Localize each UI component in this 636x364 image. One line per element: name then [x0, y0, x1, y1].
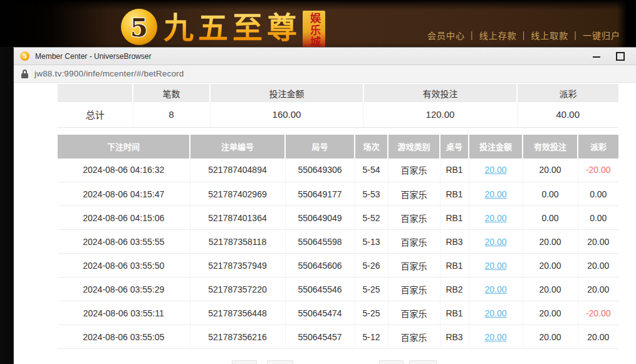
bet-amount-cell: 20.00 [469, 325, 523, 349]
casino-banner: 5 九五至尊 娱乐城 会员中心 | 线上存款 | 线上取款 | 一键归户 [0, 0, 636, 47]
game-type-cell: 百家乐 [388, 159, 440, 182]
nav-member-center[interactable]: 会员中心 [427, 29, 465, 41]
round-id-cell: 550645598 [285, 230, 355, 254]
pagination-button-stub[interactable] [379, 360, 404, 364]
table-row: 2024-08-06 03:55:50521787357949550645606… [58, 254, 618, 278]
bet-amount-link[interactable]: 20.00 [484, 284, 506, 294]
valid-bet-cell: 20.00 [523, 325, 578, 349]
bet-id-cell: 521787358118 [190, 230, 285, 254]
summary-total-count: 8 [133, 102, 210, 127]
table-number-cell: RB1 [440, 301, 469, 325]
bet-amount-cell: 20.00 [469, 182, 523, 206]
payout-cell: 0.00 [578, 206, 618, 230]
payout-cell: 0.00 [578, 182, 618, 206]
payout-cell: 20.00 [578, 254, 618, 278]
bet-amount-link[interactable]: 20.00 [484, 308, 506, 318]
summary-header-count: 笔数 [133, 84, 210, 102]
summary-header-row: 笔数 投注金额 有效投注 派彩 [58, 84, 618, 102]
header-valid-bet: 有效投注 [523, 135, 578, 159]
banner-nav: 会员中心 | 线上存款 | 线上取款 | 一键归户 [427, 29, 620, 41]
summary-total-label: 总计 [58, 102, 133, 127]
payout-cell: 20.00 [578, 230, 618, 254]
pagination-button-stub[interactable] [267, 360, 293, 364]
summary-table: 笔数 投注金额 有效投注 派彩 总计 8 160.00 120.00 40.00 [58, 84, 618, 128]
member-center-window: 5 Member Center - UniverseBrowser jw88.t… [13, 47, 636, 364]
pagination-button-stub[interactable] [409, 360, 437, 364]
session-cell: 5-25 [355, 278, 388, 301]
game-type-cell: 百家乐 [388, 230, 440, 254]
session-cell: 5-53 [355, 182, 388, 206]
round-id-cell: 550649177 [285, 182, 355, 206]
round-id-cell: 550645474 [285, 301, 355, 325]
round-id-cell: 550645546 [285, 278, 355, 301]
game-type-cell: 百家乐 [388, 301, 440, 325]
casino-logo[interactable]: 5 九五至尊 娱乐城 [121, 9, 325, 49]
session-cell: 5-26 [355, 254, 388, 278]
bet-record-table: 下注时间 注单编号 局号 场次 游戏类别 桌号 投注金额 有效投注 派彩 202… [58, 135, 618, 350]
session-cell: 5-54 [355, 159, 388, 182]
bet-amount-link[interactable]: 20.00 [484, 189, 506, 199]
valid-bet-cell: 20.00 [523, 278, 578, 301]
bet-time-cell: 2024-08-06 04:15:47 [58, 182, 190, 206]
summary-header-blank [58, 84, 133, 102]
address-bar[interactable]: jw88.tv:9900/infe/mcenter/#/betRecord [14, 65, 636, 83]
brand-title: 九五至尊 [164, 10, 301, 45]
game-type-cell: 百家乐 [388, 206, 440, 230]
bet-amount-cell: 20.00 [469, 278, 523, 301]
game-type-cell: 百家乐 [388, 254, 440, 278]
header-bet-id: 注单编号 [190, 135, 285, 159]
game-type-cell: 百家乐 [388, 182, 440, 206]
session-cell: 5-25 [355, 301, 388, 325]
round-id-cell: 550645457 [285, 325, 355, 349]
bet-amount-link[interactable]: 20.00 [484, 261, 506, 271]
summary-total-payout: 40.00 [517, 102, 618, 127]
bet-amount-link[interactable]: 20.00 [484, 213, 506, 223]
nav-separator: | [471, 30, 474, 40]
summary-header-valid-bet: 有效投注 [363, 84, 517, 102]
session-cell: 5-12 [355, 325, 388, 349]
bet-record-page: 笔数 投注金额 有效投注 派彩 总计 8 160.00 120.00 40.00 [14, 83, 636, 364]
summary-total-row: 总计 8 160.00 120.00 40.00 [58, 102, 618, 127]
table-row: 2024-08-06 04:16:32521787404894550649306… [58, 159, 618, 182]
bet-time-cell: 2024-08-06 03:55:50 [58, 254, 190, 278]
maximize-button[interactable] [616, 52, 625, 61]
bet-amount-link[interactable]: 20.00 [484, 332, 506, 342]
summary-header-bet-amount: 投注金额 [210, 84, 363, 102]
bet-id-cell: 521787404894 [190, 159, 285, 182]
bet-amount-link[interactable]: 20.00 [484, 165, 506, 175]
header-table-number: 桌号 [440, 135, 469, 159]
round-id-cell: 550649049 [285, 206, 355, 230]
table-number-cell: RB3 [440, 230, 469, 254]
nav-online-deposit[interactable]: 线上存款 [479, 29, 517, 41]
table-number-cell: RB1 [440, 182, 469, 206]
table-number-cell: RB1 [440, 254, 469, 278]
url-text: jw88.tv:9900/infe/mcenter/#/betRecord [34, 69, 184, 78]
game-type-cell: 百家乐 [388, 325, 440, 349]
bet-table-header-row: 下注时间 注单编号 局号 场次 游戏类别 桌号 投注金额 有效投注 派彩 [58, 135, 618, 159]
valid-bet-cell: 20.00 [523, 230, 578, 254]
nav-one-key-transfer[interactable]: 一键归户 [583, 29, 620, 41]
table-row: 2024-08-06 03:55:11521787356448550645474… [58, 301, 618, 325]
bet-id-cell: 521787357220 [190, 278, 285, 301]
bet-amount-cell: 20.00 [469, 301, 523, 325]
bet-time-cell: 2024-08-06 04:16:32 [58, 159, 190, 182]
valid-bet-cell: 20.00 [523, 159, 578, 182]
nav-online-withdraw[interactable]: 线上取款 [531, 29, 568, 41]
summary-total-valid-bet: 120.00 [363, 102, 517, 127]
table-number-cell: RB1 [440, 159, 469, 182]
bet-time-cell: 2024-08-06 03:55:29 [58, 278, 190, 301]
bet-amount-cell: 20.00 [469, 206, 523, 230]
valid-bet-cell: 20.00 [523, 301, 578, 325]
valid-bet-cell: 20.00 [523, 254, 578, 278]
minimize-button[interactable] [592, 52, 601, 61]
bet-time-cell: 2024-08-06 03:55:05 [58, 325, 190, 349]
pagination-button-stub[interactable] [232, 360, 257, 364]
bet-amount-cell: 20.00 [469, 159, 523, 182]
bet-time-cell: 2024-08-06 03:55:11 [58, 301, 190, 325]
table-number-cell: RB2 [440, 278, 469, 301]
table-row: 2024-08-06 04:15:06521787401364550649049… [58, 206, 618, 230]
window-titlebar[interactable]: 5 Member Center - UniverseBrowser [14, 48, 636, 65]
table-row: 2024-08-06 04:15:47521787402969550649177… [58, 182, 618, 206]
summary-header-payout: 派彩 [517, 84, 618, 102]
bet-amount-link[interactable]: 20.00 [484, 237, 506, 247]
